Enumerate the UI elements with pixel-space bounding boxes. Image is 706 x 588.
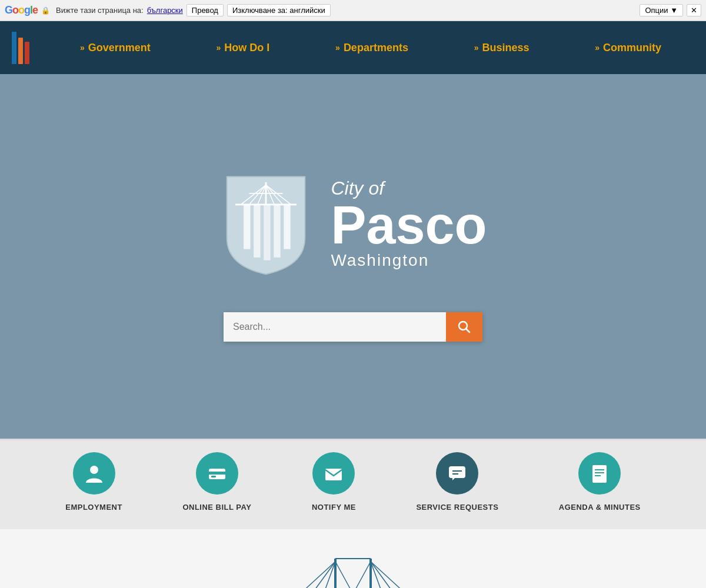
quick-link-service-requests[interactable]: SERVICE REQUESTS: [416, 452, 498, 512]
document-icon: [589, 463, 610, 484]
search-input[interactable]: [224, 312, 446, 342]
stripe-orange: [18, 38, 23, 64]
chevron-icon: »: [595, 43, 600, 52]
svg-line-31: [300, 562, 335, 588]
bill-pay-label: ONLINE BILL PAY: [182, 503, 251, 512]
nav-label-business: Business: [482, 42, 529, 54]
city-shield-icon: [219, 171, 313, 277]
svg-rect-13: [284, 205, 291, 249]
svg-rect-9: [244, 205, 251, 249]
bridge-icon: [294, 553, 412, 588]
search-bar: [224, 312, 482, 342]
agenda-label: AGENDA & MINUTES: [559, 503, 641, 512]
svg-point-16: [90, 466, 98, 474]
view-page-text: Вижте тази страница на:: [56, 6, 144, 15]
svg-rect-10: [254, 205, 261, 258]
envelope-icon: [323, 463, 344, 484]
svg-rect-12: [274, 205, 281, 258]
svg-line-35: [371, 562, 394, 588]
google-translate-bar: Google 🔒 Вижте тази страница на: българс…: [0, 0, 706, 21]
chevron-icon: »: [80, 43, 85, 52]
bill-pay-circle: [196, 452, 238, 495]
search-button[interactable]: [446, 312, 482, 342]
svg-rect-20: [325, 469, 342, 480]
person-icon: [84, 463, 105, 484]
employment-circle: [73, 452, 115, 495]
service-requests-circle: [436, 452, 478, 495]
navigation-bar: » Government » How Do I » Departments » …: [0, 21, 706, 74]
svg-rect-18: [209, 472, 225, 475]
nav-menu: » Government » How Do I » Departments » …: [47, 42, 694, 54]
stripe-red: [25, 42, 29, 64]
chat-icon: [447, 463, 468, 484]
svg-line-37: [335, 562, 353, 588]
close-button[interactable]: ✕: [687, 4, 701, 16]
svg-line-32: [312, 562, 335, 588]
svg-rect-19: [211, 476, 216, 477]
nav-label-how-do-i: How Do I: [224, 42, 269, 54]
agenda-circle: [578, 452, 621, 495]
language-link[interactable]: български: [147, 6, 183, 15]
logo-stripes: [12, 32, 29, 64]
site-logo[interactable]: [12, 32, 29, 64]
employment-label: EMPLOYMENT: [65, 503, 122, 512]
card-icon: [207, 463, 228, 484]
nav-item-business[interactable]: » Business: [474, 42, 530, 54]
nav-item-community[interactable]: » Community: [595, 42, 661, 54]
quick-links-section: EMPLOYMENT ONLINE BILL PAY NOTIFY ME: [0, 439, 706, 529]
notify-label: NOTIFY ME: [312, 503, 356, 512]
hero-logo: City of Pasco Washington: [219, 171, 487, 277]
search-icon: [458, 320, 471, 333]
exclude-button[interactable]: Изключване за: английски: [227, 4, 331, 16]
service-requests-label: SERVICE REQUESTS: [416, 503, 498, 512]
stripe-blue: [12, 32, 16, 64]
quick-link-bill-pay[interactable]: ONLINE BILL PAY: [182, 452, 251, 512]
chevron-icon: »: [474, 43, 479, 52]
nav-item-government[interactable]: » Government: [80, 42, 151, 54]
city-name-label: Pasco: [331, 199, 487, 252]
svg-line-34: [371, 562, 406, 588]
svg-rect-21: [449, 466, 465, 478]
translate-button[interactable]: Превод: [187, 4, 224, 16]
nav-label-government: Government: [88, 42, 151, 54]
quick-link-agenda[interactable]: AGENDA & MINUTES: [559, 452, 641, 512]
nav-label-departments: Departments: [344, 42, 408, 54]
lock-icon: 🔒: [41, 6, 50, 15]
city-text: City of Pasco Washington: [331, 178, 487, 270]
quick-link-employment[interactable]: EMPLOYMENT: [65, 452, 122, 512]
google-logo: Google: [5, 4, 38, 16]
nav-item-departments[interactable]: » Departments: [335, 42, 408, 54]
footer-area: [0, 529, 706, 588]
notify-circle: [312, 452, 355, 495]
chevron-icon: »: [335, 43, 340, 52]
svg-line-15: [466, 329, 469, 332]
svg-rect-11: [264, 205, 271, 260]
nav-item-how-do-i[interactable]: » How Do I: [217, 42, 270, 54]
quick-link-notify[interactable]: NOTIFY ME: [312, 452, 356, 512]
svg-rect-24: [592, 465, 607, 483]
hero-section: City of Pasco Washington: [0, 74, 706, 439]
svg-line-38: [353, 562, 371, 588]
nav-label-community: Community: [603, 42, 661, 54]
options-button[interactable]: Опции ▼: [640, 4, 683, 16]
chevron-icon: »: [217, 43, 221, 52]
